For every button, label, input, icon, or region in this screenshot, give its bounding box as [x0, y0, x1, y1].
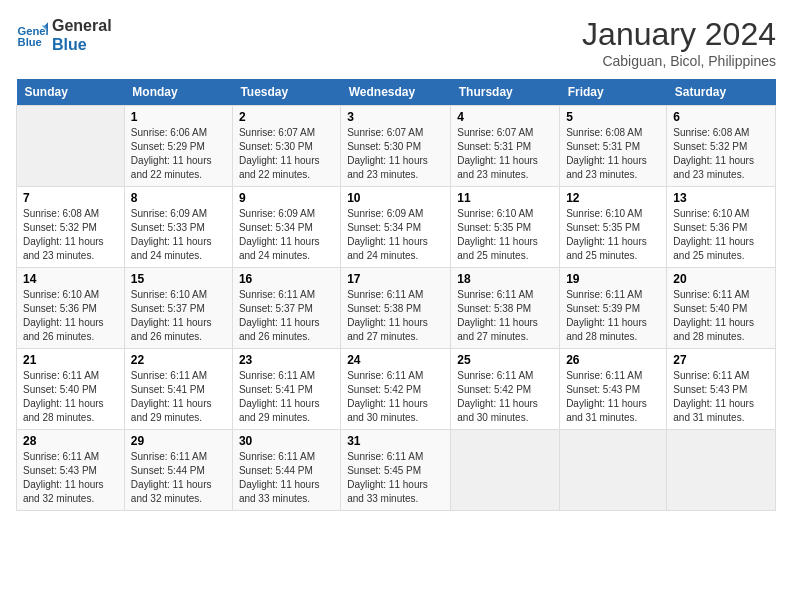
day-info: Sunrise: 6:11 AM Sunset: 5:37 PM Dayligh…: [239, 288, 334, 344]
day-info: Sunrise: 6:10 AM Sunset: 5:35 PM Dayligh…: [457, 207, 553, 263]
day-number: 31: [347, 434, 444, 448]
day-number: 30: [239, 434, 334, 448]
svg-text:Blue: Blue: [18, 36, 42, 48]
day-info: Sunrise: 6:11 AM Sunset: 5:40 PM Dayligh…: [673, 288, 769, 344]
calendar-cell: 25Sunrise: 6:11 AM Sunset: 5:42 PM Dayli…: [451, 349, 560, 430]
day-info: Sunrise: 6:11 AM Sunset: 5:38 PM Dayligh…: [457, 288, 553, 344]
day-info: Sunrise: 6:11 AM Sunset: 5:45 PM Dayligh…: [347, 450, 444, 506]
day-info: Sunrise: 6:07 AM Sunset: 5:31 PM Dayligh…: [457, 126, 553, 182]
day-info: Sunrise: 6:08 AM Sunset: 5:32 PM Dayligh…: [23, 207, 118, 263]
calendar-cell: 7Sunrise: 6:08 AM Sunset: 5:32 PM Daylig…: [17, 187, 125, 268]
calendar-cell: 8Sunrise: 6:09 AM Sunset: 5:33 PM Daylig…: [124, 187, 232, 268]
calendar-cell: 6Sunrise: 6:08 AM Sunset: 5:32 PM Daylig…: [667, 106, 776, 187]
calendar-cell: [667, 430, 776, 511]
calendar-cell: 4Sunrise: 6:07 AM Sunset: 5:31 PM Daylig…: [451, 106, 560, 187]
day-number: 19: [566, 272, 660, 286]
weekday-header-saturday: Saturday: [667, 79, 776, 106]
day-number: 1: [131, 110, 226, 124]
calendar-cell: [17, 106, 125, 187]
day-info: Sunrise: 6:09 AM Sunset: 5:34 PM Dayligh…: [239, 207, 334, 263]
day-info: Sunrise: 6:06 AM Sunset: 5:29 PM Dayligh…: [131, 126, 226, 182]
weekday-header-tuesday: Tuesday: [232, 79, 340, 106]
calendar-cell: 5Sunrise: 6:08 AM Sunset: 5:31 PM Daylig…: [560, 106, 667, 187]
day-info: Sunrise: 6:09 AM Sunset: 5:34 PM Dayligh…: [347, 207, 444, 263]
day-info: Sunrise: 6:11 AM Sunset: 5:44 PM Dayligh…: [239, 450, 334, 506]
calendar-cell: 2Sunrise: 6:07 AM Sunset: 5:30 PM Daylig…: [232, 106, 340, 187]
day-number: 9: [239, 191, 334, 205]
day-number: 2: [239, 110, 334, 124]
day-number: 20: [673, 272, 769, 286]
day-number: 18: [457, 272, 553, 286]
calendar-cell: 29Sunrise: 6:11 AM Sunset: 5:44 PM Dayli…: [124, 430, 232, 511]
day-info: Sunrise: 6:11 AM Sunset: 5:39 PM Dayligh…: [566, 288, 660, 344]
calendar-cell: 23Sunrise: 6:11 AM Sunset: 5:41 PM Dayli…: [232, 349, 340, 430]
day-info: Sunrise: 6:11 AM Sunset: 5:42 PM Dayligh…: [457, 369, 553, 425]
day-number: 5: [566, 110, 660, 124]
calendar-cell: 14Sunrise: 6:10 AM Sunset: 5:36 PM Dayli…: [17, 268, 125, 349]
day-number: 28: [23, 434, 118, 448]
day-number: 26: [566, 353, 660, 367]
day-info: Sunrise: 6:10 AM Sunset: 5:35 PM Dayligh…: [566, 207, 660, 263]
calendar-cell: 12Sunrise: 6:10 AM Sunset: 5:35 PM Dayli…: [560, 187, 667, 268]
day-info: Sunrise: 6:11 AM Sunset: 5:42 PM Dayligh…: [347, 369, 444, 425]
calendar-cell: [451, 430, 560, 511]
day-info: Sunrise: 6:10 AM Sunset: 5:37 PM Dayligh…: [131, 288, 226, 344]
day-number: 23: [239, 353, 334, 367]
day-number: 27: [673, 353, 769, 367]
day-info: Sunrise: 6:11 AM Sunset: 5:38 PM Dayligh…: [347, 288, 444, 344]
calendar-week-row: 28Sunrise: 6:11 AM Sunset: 5:43 PM Dayli…: [17, 430, 776, 511]
calendar-cell: 19Sunrise: 6:11 AM Sunset: 5:39 PM Dayli…: [560, 268, 667, 349]
calendar-week-row: 1Sunrise: 6:06 AM Sunset: 5:29 PM Daylig…: [17, 106, 776, 187]
day-number: 24: [347, 353, 444, 367]
calendar-table: SundayMondayTuesdayWednesdayThursdayFrid…: [16, 79, 776, 511]
day-info: Sunrise: 6:11 AM Sunset: 5:43 PM Dayligh…: [673, 369, 769, 425]
day-info: Sunrise: 6:11 AM Sunset: 5:43 PM Dayligh…: [566, 369, 660, 425]
location: Cabiguan, Bicol, Philippines: [582, 53, 776, 69]
calendar-cell: 13Sunrise: 6:10 AM Sunset: 5:36 PM Dayli…: [667, 187, 776, 268]
day-info: Sunrise: 6:08 AM Sunset: 5:31 PM Dayligh…: [566, 126, 660, 182]
day-number: 13: [673, 191, 769, 205]
day-info: Sunrise: 6:11 AM Sunset: 5:41 PM Dayligh…: [131, 369, 226, 425]
calendar-cell: 9Sunrise: 6:09 AM Sunset: 5:34 PM Daylig…: [232, 187, 340, 268]
day-info: Sunrise: 6:11 AM Sunset: 5:43 PM Dayligh…: [23, 450, 118, 506]
day-number: 10: [347, 191, 444, 205]
calendar-cell: 10Sunrise: 6:09 AM Sunset: 5:34 PM Dayli…: [341, 187, 451, 268]
calendar-cell: 22Sunrise: 6:11 AM Sunset: 5:41 PM Dayli…: [124, 349, 232, 430]
day-number: 25: [457, 353, 553, 367]
calendar-cell: 16Sunrise: 6:11 AM Sunset: 5:37 PM Dayli…: [232, 268, 340, 349]
day-number: 7: [23, 191, 118, 205]
day-number: 4: [457, 110, 553, 124]
weekday-header-wednesday: Wednesday: [341, 79, 451, 106]
day-number: 17: [347, 272, 444, 286]
day-number: 6: [673, 110, 769, 124]
logo: General Blue General Blue: [16, 16, 112, 54]
calendar-cell: 18Sunrise: 6:11 AM Sunset: 5:38 PM Dayli…: [451, 268, 560, 349]
month-title: January 2024: [582, 16, 776, 53]
calendar-cell: 17Sunrise: 6:11 AM Sunset: 5:38 PM Dayli…: [341, 268, 451, 349]
calendar-cell: 27Sunrise: 6:11 AM Sunset: 5:43 PM Dayli…: [667, 349, 776, 430]
day-info: Sunrise: 6:08 AM Sunset: 5:32 PM Dayligh…: [673, 126, 769, 182]
title-area: January 2024 Cabiguan, Bicol, Philippine…: [582, 16, 776, 69]
day-number: 11: [457, 191, 553, 205]
logo-text-general: General: [52, 16, 112, 35]
day-number: 16: [239, 272, 334, 286]
calendar-cell: 11Sunrise: 6:10 AM Sunset: 5:35 PM Dayli…: [451, 187, 560, 268]
day-info: Sunrise: 6:10 AM Sunset: 5:36 PM Dayligh…: [673, 207, 769, 263]
day-number: 15: [131, 272, 226, 286]
logo-icon: General Blue: [16, 19, 48, 51]
day-info: Sunrise: 6:07 AM Sunset: 5:30 PM Dayligh…: [347, 126, 444, 182]
calendar-cell: 30Sunrise: 6:11 AM Sunset: 5:44 PM Dayli…: [232, 430, 340, 511]
logo-text-blue: Blue: [52, 35, 112, 54]
calendar-cell: 1Sunrise: 6:06 AM Sunset: 5:29 PM Daylig…: [124, 106, 232, 187]
weekday-header-monday: Monday: [124, 79, 232, 106]
calendar-cell: 24Sunrise: 6:11 AM Sunset: 5:42 PM Dayli…: [341, 349, 451, 430]
calendar-cell: 31Sunrise: 6:11 AM Sunset: 5:45 PM Dayli…: [341, 430, 451, 511]
calendar-cell: 26Sunrise: 6:11 AM Sunset: 5:43 PM Dayli…: [560, 349, 667, 430]
page-header: General Blue General Blue January 2024 C…: [16, 16, 776, 69]
calendar-cell: 28Sunrise: 6:11 AM Sunset: 5:43 PM Dayli…: [17, 430, 125, 511]
day-number: 14: [23, 272, 118, 286]
calendar-cell: 20Sunrise: 6:11 AM Sunset: 5:40 PM Dayli…: [667, 268, 776, 349]
day-number: 3: [347, 110, 444, 124]
calendar-week-row: 21Sunrise: 6:11 AM Sunset: 5:40 PM Dayli…: [17, 349, 776, 430]
calendar-cell: 3Sunrise: 6:07 AM Sunset: 5:30 PM Daylig…: [341, 106, 451, 187]
